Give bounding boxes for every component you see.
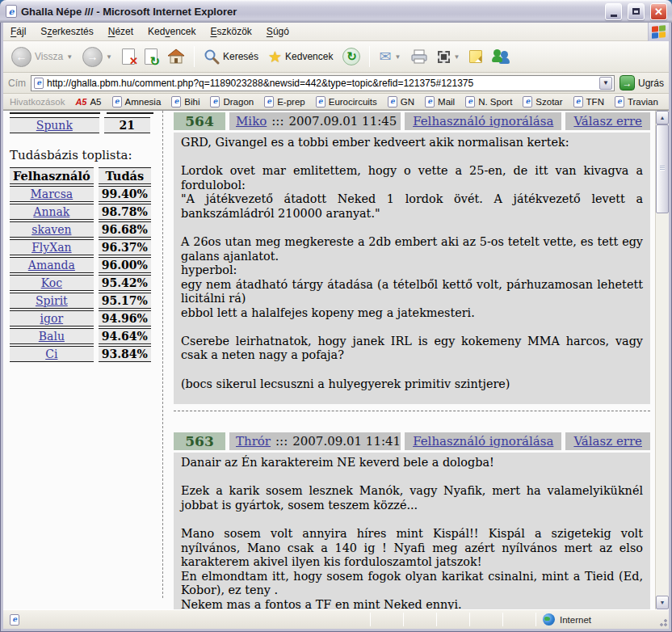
minimize-button[interactable] — [605, 3, 622, 20]
maximize-button[interactable] — [628, 3, 645, 20]
forward-icon: → — [82, 47, 103, 67]
ignore-user-link[interactable]: Felhasználó ignorálása — [413, 434, 553, 449]
address-dropdown-button[interactable]: ▼ — [599, 77, 612, 90]
post-body: Danair az Én karaktereim NE keverd bele … — [174, 453, 650, 609]
user-value: 21 — [104, 117, 150, 133]
user-score: 95.17% — [99, 293, 151, 309]
table-row: Marcsa99.40% — [10, 186, 151, 202]
table-row: igor94.96% — [10, 310, 151, 327]
user-score: 98.78% — [99, 204, 151, 220]
post-meta: Thrór ::: 2007.09.01 11:41 i — [229, 432, 401, 450]
refresh-button[interactable]: ↻ — [141, 47, 161, 66]
title-bar[interactable]: e Ghalla Népe /// - Microsoft Internet E… — [0, 0, 672, 23]
ignore-user-action: Felhasználó ignorálása — [405, 112, 561, 130]
user-link-spunk[interactable]: Spunk — [36, 119, 73, 132]
toplist-title: Tudásbázis toplista: — [10, 148, 155, 162]
print-button[interactable] — [407, 48, 431, 65]
link-bihi[interactable]: eBihi — [171, 96, 200, 107]
status-pane — [437, 610, 469, 629]
scroll-up-button[interactable]: ▲ — [656, 111, 669, 124]
edit-button[interactable]: ▼ — [435, 49, 463, 65]
menu-file[interactable]: Fájl — [3, 23, 33, 40]
menu-favorites[interactable]: Kedvencek — [141, 23, 203, 40]
user-link[interactable]: Amanda — [28, 259, 75, 272]
favorites-button[interactable]: ★ Kedvencek — [265, 48, 336, 66]
user-link[interactable]: Annak — [33, 205, 69, 218]
link-eurocircuits[interactable]: eEurocircuits — [316, 96, 377, 107]
forward-dropdown-icon[interactable]: ▼ — [106, 53, 112, 61]
menu-tools[interactable]: Eszközök — [203, 23, 258, 40]
status-page-icon: e — [10, 614, 19, 626]
link-page-icon: e — [465, 96, 475, 107]
go-button[interactable]: → Ugrás — [620, 75, 664, 91]
scroll-down-button[interactable]: ▼ — [656, 596, 669, 609]
mail-button[interactable]: ✉ ▼ — [376, 48, 404, 65]
mail-dropdown-icon[interactable]: ▼ — [395, 53, 401, 61]
post-date: 2007.09.01 11:41 — [292, 434, 401, 449]
note-icon — [469, 50, 482, 63]
column-user: Felhasználó — [10, 167, 94, 184]
stop-button[interactable]: ✕ — [119, 47, 138, 66]
back-button[interactable]: ← Vissza ▼ — [8, 45, 76, 69]
search-icon — [204, 48, 220, 65]
user-score: 94.64% — [99, 328, 151, 344]
user-link[interactable]: igor — [40, 312, 64, 325]
toolbar-separator — [194, 46, 195, 67]
table-row: Balu94.64% — [10, 328, 151, 344]
scrollbar-thumb[interactable] — [656, 124, 669, 213]
post-meta: Miko ::: 2007.09.01 11:45 i — [229, 112, 401, 130]
forum-thread: 564 Miko ::: 2007.09.01 11:45 i Felhaszn… — [163, 111, 655, 609]
link-mail[interactable]: eMail — [425, 96, 455, 107]
link-eprep[interactable]: eE-prep — [264, 96, 305, 107]
link-tfn[interactable]: eTFN — [573, 96, 604, 107]
user-link[interactable]: Marcsa — [30, 187, 73, 200]
address-bar: Cím e ▼ → Ugrás — [3, 73, 669, 94]
favorites-label: Kedvencek — [285, 51, 333, 62]
go-label: Ugrás — [638, 78, 664, 89]
author-link[interactable]: Miko — [236, 114, 267, 129]
meta-separator: ::: — [275, 434, 288, 449]
user-link[interactable]: Spirit — [36, 294, 68, 307]
search-button[interactable]: Keresés — [200, 47, 262, 66]
scrollbar-track[interactable] — [656, 124, 669, 596]
column-score: Tudás — [99, 167, 151, 184]
link-amnesia[interactable]: eAmnesia — [112, 96, 162, 107]
link-page-icon: e — [425, 96, 435, 107]
ignore-user-link[interactable]: Felhasználó ignorálása — [413, 114, 553, 129]
link-szotar[interactable]: eSzotar — [523, 96, 562, 107]
menu-help[interactable]: Súgó — [259, 23, 296, 40]
menu-edit[interactable]: Szerkesztés — [33, 23, 100, 40]
menu-view[interactable]: Nézet — [101, 23, 141, 40]
post-header: 564 Miko ::: 2007.09.01 11:45 i Felhaszn… — [174, 112, 650, 130]
link-page-icon: e — [264, 96, 274, 107]
resize-grip[interactable] — [657, 610, 669, 629]
link-gn[interactable]: eGN — [388, 96, 414, 107]
status-pane — [371, 610, 403, 629]
discuss-button[interactable] — [466, 48, 485, 65]
mail-icon: ✉ — [379, 49, 391, 64]
link-a5[interactable]: A5A5 — [75, 97, 101, 107]
history-button[interactable]: ↻ — [339, 46, 363, 67]
user-link[interactable]: FlyXan — [32, 241, 71, 254]
reply-link[interactable]: Válasz erre — [573, 114, 642, 129]
user-link[interactable]: Ci — [45, 348, 57, 360]
reply-link[interactable]: Válasz erre — [573, 434, 642, 449]
edit-dropdown-icon[interactable]: ▼ — [453, 53, 460, 61]
home-button[interactable] — [164, 47, 188, 66]
link-nsport[interactable]: eN. Sport — [465, 96, 512, 107]
forward-button[interactable]: → ▼ — [79, 45, 116, 69]
back-dropdown-icon[interactable]: ▼ — [66, 53, 73, 61]
vertical-scrollbar[interactable]: ▲ ▼ — [655, 111, 669, 609]
messenger-button[interactable] — [489, 48, 514, 65]
zone-label: Internet — [560, 615, 591, 625]
status-main-pane: e — [3, 614, 370, 626]
user-link[interactable]: Balu — [39, 330, 65, 343]
link-page-icon: e — [210, 96, 220, 107]
link-travian[interactable]: eTravian — [615, 96, 658, 107]
close-button[interactable]: ✕ — [650, 3, 667, 20]
user-link[interactable]: skaven — [32, 223, 71, 236]
link-dragon[interactable]: eDragon — [210, 96, 254, 107]
address-input[interactable] — [47, 78, 596, 89]
author-link[interactable]: Thrór — [236, 434, 271, 449]
user-link[interactable]: Koc — [41, 276, 62, 289]
